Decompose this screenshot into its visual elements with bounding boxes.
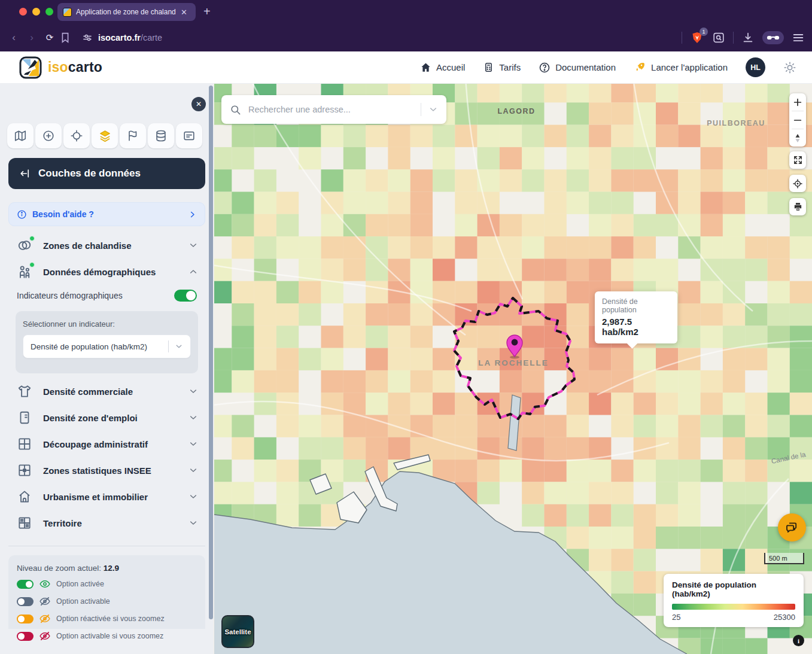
main-nav: Accueil Tarifs Documentation Lancer l'ap… <box>420 57 796 77</box>
label-puilboreau: PUILBOREAU <box>707 119 765 127</box>
map-scale: 500 m <box>764 553 804 564</box>
print-control <box>789 198 806 215</box>
back-icon[interactable]: ‹ <box>5 32 23 44</box>
layers-tool-button[interactable] <box>92 123 118 148</box>
brand-name: isocarto <box>48 59 102 75</box>
download-icon[interactable] <box>741 31 755 44</box>
indicator-select[interactable]: Densité de population (hab/km2) <box>23 334 191 358</box>
layer-zones-de-chalandise[interactable]: Zones de chalandise <box>8 232 205 258</box>
isocarto-logo-icon <box>19 56 42 79</box>
compass-button[interactable] <box>789 129 806 147</box>
sidebar-scrollbar[interactable] <box>209 86 213 619</box>
basemap-satellite-button[interactable]: Satellite <box>221 615 254 648</box>
chevron-down-icon <box>188 241 198 250</box>
site-settings-icon[interactable] <box>81 32 93 44</box>
attribution-info-button[interactable]: i <box>793 635 804 646</box>
zoom-info-box: Niveau de zoom actuel: 12.9 Option activ… <box>8 555 205 629</box>
panel-title: Couches de données <box>38 168 141 180</box>
divider <box>8 546 205 546</box>
help-circle-icon <box>539 62 551 74</box>
toggle-zoom-sample <box>17 615 34 623</box>
collapse-panel-icon[interactable] <box>19 168 31 180</box>
tshirt-icon <box>17 384 32 399</box>
layer-territoire[interactable]: Territoire <box>8 510 205 536</box>
menu-icon[interactable] <box>792 31 805 44</box>
chevron-down-icon <box>188 492 198 501</box>
venn-icon <box>17 238 32 253</box>
chat-bubbles-icon <box>784 520 799 535</box>
browser-tab[interactable]: Application de zone de chaland ✕ <box>57 3 196 21</box>
legend-row-active: Option activée <box>17 578 197 590</box>
address-search[interactable]: Rechercher une adresse... <box>221 95 446 124</box>
chat-fab[interactable] <box>778 513 806 542</box>
zoom-in-button[interactable] <box>789 93 806 111</box>
label-lagord: LAGORD <box>497 107 535 115</box>
layer-decoupage-administratif[interactable]: Découpage administratif <box>8 431 205 457</box>
eye-off-icon <box>39 630 51 642</box>
active-dot <box>29 236 35 241</box>
locate-control <box>789 175 806 192</box>
bookmark-icon[interactable] <box>59 31 72 44</box>
layer-urbanisme-immobilier[interactable]: Urbanisme et immobilier <box>8 483 205 510</box>
locate-button[interactable] <box>789 175 806 192</box>
tool-bar <box>7 123 202 148</box>
avatar[interactable]: HL <box>746 57 765 77</box>
brand-logo[interactable]: isocarto <box>19 56 102 79</box>
indicator-panel: Sélectionner un indicateur: Densité de p… <box>16 311 198 373</box>
print-button[interactable] <box>789 198 806 215</box>
nav-accueil[interactable]: Accueil <box>420 62 465 73</box>
theme-toggle-icon[interactable] <box>783 61 796 74</box>
zoom-window-button[interactable] <box>45 8 53 16</box>
help-banner[interactable]: Besoin d'aide ? <box>8 202 205 226</box>
map-canvas[interactable]: LAGORD PUILBOREAU LA ROCHELLE Canal de l… <box>214 84 812 654</box>
window-controls <box>19 8 53 16</box>
notes-tool-button[interactable] <box>176 123 202 148</box>
nav-tarifs[interactable]: Tarifs <box>483 62 521 73</box>
new-tab-button[interactable]: + <box>203 5 211 19</box>
search-icon <box>230 104 241 115</box>
toggle-zoom-off-sample <box>17 632 34 641</box>
layer-donnees-demographiques[interactable]: Données démographiques <box>8 258 205 285</box>
flag-tool-button[interactable] <box>120 123 146 148</box>
layer-densite-commerciale[interactable]: Densité commerciale <box>8 378 205 404</box>
sidebar-search-icon[interactable] <box>712 31 725 44</box>
indicators-toggle[interactable] <box>174 290 197 302</box>
legend-row-available-zoom: Option activable si vous zoomez <box>17 630 197 642</box>
legend-max: 25300 <box>774 613 795 622</box>
nav-launch-app[interactable]: Lancer l'application <box>634 61 728 74</box>
help-label: Besoin d'aide ? <box>32 209 94 219</box>
legend-min: 25 <box>672 613 680 622</box>
chevron-down-icon <box>188 518 198 528</box>
search-placeholder: Rechercher une adresse... <box>248 105 413 114</box>
database-tool-button[interactable] <box>148 123 174 148</box>
layer-densite-zone-emploi[interactable]: Densité zone d'emploi <box>8 404 205 431</box>
rewards-pill[interactable] <box>762 31 784 44</box>
fullscreen-button[interactable] <box>789 151 806 169</box>
reload-icon[interactable]: ⟳ <box>41 32 59 43</box>
divider <box>733 32 734 44</box>
legend-row-available: Option activable <box>17 595 197 607</box>
add-zone-tool-button[interactable] <box>35 123 62 148</box>
url-bar[interactable]: isocarto.fr/carte <box>98 33 162 42</box>
chevron-down-icon <box>188 387 198 396</box>
forward-icon[interactable]: › <box>23 32 41 44</box>
people-icon <box>17 264 32 279</box>
eye-icon <box>39 578 51 590</box>
minimize-window-button[interactable] <box>32 8 40 16</box>
panel-header[interactable]: Couches de données <box>8 158 205 189</box>
density-legend: Densité de population (hab/km2) 25 25300 <box>664 574 804 627</box>
locate-tool-button[interactable] <box>63 123 90 148</box>
layer-zones-statistiques-insee[interactable]: Zones statistiques INSEE <box>8 457 205 483</box>
close-tab-icon[interactable]: ✕ <box>181 8 187 16</box>
close-panel-button[interactable]: ✕ <box>191 97 206 111</box>
brave-shield-icon[interactable]: 1 <box>690 31 704 45</box>
grid-icon <box>17 436 32 452</box>
pricing-icon <box>483 62 494 73</box>
tooltip-value: 2,987.5 hab/km2 <box>602 317 670 337</box>
close-window-button[interactable] <box>19 8 27 16</box>
nav-documentation[interactable]: Documentation <box>539 62 616 74</box>
legend-gradient <box>672 604 795 610</box>
map-tool-button[interactable] <box>7 123 34 148</box>
zoom-out-button[interactable] <box>789 111 806 129</box>
chevron-down-icon[interactable] <box>428 105 438 114</box>
